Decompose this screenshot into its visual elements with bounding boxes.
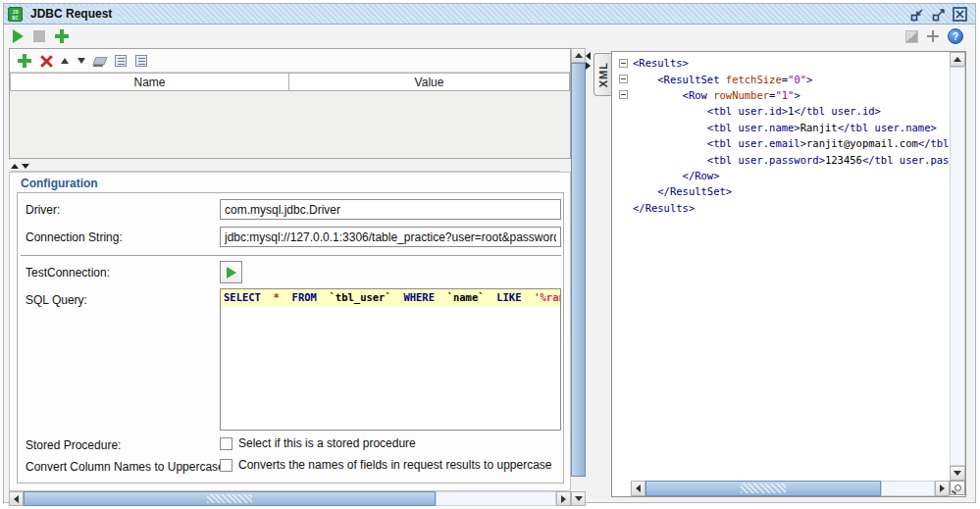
close-button[interactable] (953, 7, 967, 22)
scroll-down-icon (575, 496, 583, 501)
help-icon: ? (948, 28, 963, 44)
window-controls (909, 7, 967, 22)
vertical-scroll-thumb[interactable] (571, 63, 586, 477)
sql-highlight-line: SELECT * FROM `tbl_user` WHERE `name` LI… (221, 289, 560, 306)
scroll-up-button[interactable] (571, 48, 586, 63)
clear-properties-button[interactable] (94, 57, 106, 65)
sql-query-label: SQL Query: (26, 293, 87, 307)
help-button[interactable]: ? (948, 28, 963, 44)
fold-toggle-icon[interactable] (619, 90, 628, 99)
restore-icon (932, 8, 946, 22)
load-properties-icon (115, 55, 127, 67)
minimize-button[interactable] (909, 7, 924, 22)
properties-splitter[interactable] (11, 161, 560, 172)
configuration-section: Configuration Driver: Connection String:… (9, 172, 571, 491)
stop-button[interactable] (33, 30, 45, 42)
checkbox-icon (220, 459, 232, 472)
request-actions (13, 29, 69, 43)
configuration-group-box: Driver: Connection String: TestConnectio… (17, 192, 564, 484)
add-to-testcase-button[interactable] (55, 29, 69, 43)
column-header-value[interactable]: Value (289, 73, 570, 91)
scroll-left-button[interactable] (631, 481, 645, 496)
move-property-down-button[interactable] (77, 58, 85, 64)
move-property-up-button[interactable] (61, 58, 69, 64)
request-vertical-scrollbar (571, 48, 586, 506)
add-property-button[interactable] (18, 54, 31, 68)
test-connection-play-icon (227, 267, 236, 279)
properties-region: Name Value (9, 48, 571, 159)
sql-editor[interactable]: SELECT * FROM `tbl_user` WHERE `name` LI… (220, 288, 561, 431)
clear-properties-icon (92, 57, 107, 65)
fold-toggle-icon[interactable] (619, 59, 628, 68)
response-actions: ? (905, 28, 963, 44)
stored-procedure-checkbox[interactable]: Select if this is a stored procedure (220, 436, 416, 450)
xml-line: <tbl_user.password>123456</tbl_user.pass… (613, 151, 949, 167)
xml-code-text: </Results> (633, 202, 949, 214)
xml-code-text: <Row rowNumber="1"> (633, 89, 949, 101)
test-connection-button[interactable] (220, 261, 242, 283)
scroll-right-icon (940, 484, 945, 492)
scroll-left-icon (636, 484, 641, 492)
save-properties-button[interactable] (135, 55, 147, 67)
window-frame: JDBC JDBC Request (3, 3, 976, 503)
horizontal-scroll-thumb[interactable] (645, 481, 881, 496)
zoom-button[interactable] (950, 481, 965, 495)
remove-property-button[interactable] (40, 55, 52, 67)
convert-uppercase-checkbox[interactable]: Converts the names of fields in request … (220, 458, 552, 472)
driver-input[interactable] (220, 199, 561, 220)
add-property-icon (18, 54, 31, 68)
fold-toggle-icon[interactable] (619, 75, 628, 83)
connection-string-input[interactable] (220, 227, 561, 247)
collapse-left-icon (586, 52, 591, 60)
xml-code-text: </ResultSet> (633, 185, 949, 197)
save-properties-icon (135, 55, 147, 67)
vertical-scroll-track[interactable] (950, 67, 965, 466)
declare-namespaces-button[interactable] (905, 30, 918, 43)
horizontal-scroll-thumb[interactable] (24, 491, 436, 506)
configuration-divider (21, 255, 561, 256)
collapse-up-icon (11, 164, 19, 169)
xml-fold-gutter (613, 59, 633, 68)
scroll-up-icon (575, 53, 583, 58)
run-icon (13, 29, 24, 43)
response-vertical-scrollbar (950, 52, 965, 481)
remove-property-icon (40, 55, 52, 67)
add-assertion-icon (927, 30, 939, 42)
xml-line: </ResultSet> (613, 183, 949, 199)
horizontal-scroll-track[interactable] (881, 481, 935, 496)
pane-divider[interactable] (586, 48, 593, 506)
restore-button[interactable] (931, 7, 946, 22)
add-assertion-button[interactable] (927, 30, 939, 42)
xml-fold-gutter (613, 75, 633, 83)
scroll-right-button[interactable] (556, 491, 571, 506)
window-title: JDBC Request (28, 6, 118, 22)
window-titlebar: JDBC JDBC Request (4, 4, 975, 25)
column-header-name[interactable]: Name (10, 73, 289, 91)
scroll-down-button[interactable] (950, 466, 965, 481)
scroll-right-button[interactable] (935, 481, 950, 496)
stored-procedure-label: Stored Procedure: (26, 438, 121, 452)
configuration-title: Configuration (21, 177, 98, 190)
tab-xml-label: XML (597, 62, 609, 87)
xml-line: <tbl_user.email>ranjit@yopmail.com</tbl_… (613, 135, 949, 151)
xml-line: <Results> (613, 55, 949, 71)
horizontal-scroll-track[interactable] (436, 491, 556, 506)
main-toolbar: ? (4, 25, 975, 49)
xml-line: <tbl_user.name>Ranjit</tbl_user.name> (613, 120, 949, 135)
scroll-down-button[interactable] (571, 491, 586, 506)
xml-editor[interactable]: <Results> <ResultSet fetchSize="0"> <Row… (611, 51, 966, 497)
divider-collapse-arrows[interactable] (586, 52, 591, 70)
collapse-right-icon (586, 62, 591, 70)
add-icon (55, 29, 69, 43)
jdbc-icon: JDBC (8, 7, 23, 22)
xml-code-text: <tbl_user.email>ranjit@yopmail.com</tbl_… (633, 137, 949, 149)
driver-label: Driver: (26, 203, 60, 217)
load-properties-button[interactable] (115, 55, 127, 67)
xml-line: </Row> (613, 168, 949, 183)
run-button[interactable] (13, 29, 24, 43)
properties-table-body (10, 91, 570, 158)
scroll-left-button[interactable] (9, 491, 24, 506)
tab-xml[interactable]: XML (593, 53, 611, 96)
scroll-up-button[interactable] (950, 52, 965, 67)
scroll-down-icon (954, 471, 961, 476)
